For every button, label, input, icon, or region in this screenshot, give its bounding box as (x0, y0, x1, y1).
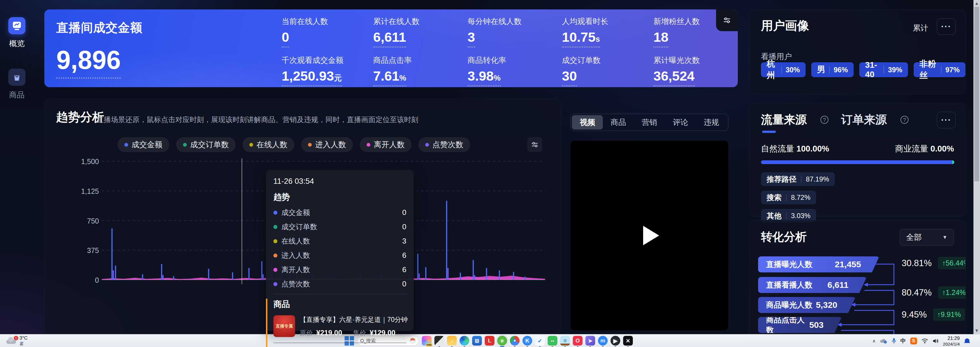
legend-dot-icon (274, 211, 277, 215)
player-app[interactable]: ▶ (611, 336, 620, 345)
chart-tooltip: 11-26 03:54 趋势 成交金额0成交订单数0在线人数3进入人数6离开人数… (266, 170, 414, 331)
microsoft-store[interactable]: ⊞ (472, 336, 482, 345)
chrome-browser[interactable] (510, 336, 520, 345)
funnel-bar: 商品曝光人数5,320 (758, 297, 856, 313)
tab-违规[interactable]: 违规 (696, 115, 727, 130)
edge-browser[interactable] (460, 336, 469, 345)
tray-chevron-up-icon[interactable]: ∧ (872, 338, 876, 344)
traffic-more-button[interactable]: ··· (937, 112, 956, 128)
kpi-stat-value: 0 (282, 30, 289, 48)
tab-order-source[interactable]: 订单来源 (841, 112, 887, 127)
legend-chip-进入人数[interactable]: 进入人数 (301, 137, 353, 152)
kpi-stat-label: 商品点击率 (373, 55, 462, 65)
a-app[interactable]: ➤ (585, 336, 595, 345)
k-app[interactable]: K (522, 336, 532, 345)
copilot-app[interactable]: PRE (422, 336, 431, 345)
funnel-bar: 直播曝光人数21,455 (758, 257, 879, 273)
legend-chip-成交金额[interactable]: 成交金额 (118, 137, 169, 152)
tab-商品[interactable]: 商品 (603, 115, 634, 130)
wechat[interactable]: ●● (547, 336, 557, 345)
search-highlight-icon (410, 338, 415, 344)
sogou-input-icon[interactable]: S (910, 337, 917, 344)
tooltip-metric-label: 进入人数 (282, 251, 310, 260)
y-tick-label: 1,500 (81, 157, 99, 166)
legend-chip-点赞次数[interactable]: 点赞次数 (418, 137, 470, 152)
legend-chip-在线人数[interactable]: 在线人数 (242, 137, 294, 152)
volume-icon[interactable] (932, 338, 939, 344)
conversion-analysis-card: 转化分析 全部 ▼ 直播曝光人数21,455直播看播人数6,611商品曝光人数5… (749, 220, 966, 343)
kpi-stat-value: 30 (562, 69, 577, 86)
chart-y-axis: 03757501,1251,500 (67, 158, 99, 285)
help-icon[interactable]: ? (900, 116, 908, 124)
conversion-rate-row: 30.81%↑56.44% (902, 257, 966, 269)
tooltip-time: 11-26 03:54 (274, 177, 406, 186)
tab-traffic-source[interactable]: 流量来源 (761, 112, 807, 127)
l-app[interactable]: L (485, 336, 495, 345)
file-explorer[interactable]: 📁 (447, 336, 457, 345)
notification-bell-icon[interactable] (964, 338, 970, 344)
bird-app[interactable]: ✓ (535, 336, 545, 345)
capcut[interactable]: ✕ (623, 336, 633, 345)
scroll-up-icon[interactable]: ▲ (974, 1, 980, 6)
tab-评论[interactable]: 评论 (665, 115, 696, 130)
portrait-title: 用户画像 (761, 18, 809, 34)
tooltip-metric-value: 6 (402, 251, 406, 260)
wifi-icon[interactable] (921, 338, 928, 344)
orig-price-label: 原价 (300, 329, 313, 337)
shopping-bag-icon (8, 68, 25, 86)
scroll-down-icon[interactable]: ▼ (974, 328, 980, 333)
video-player[interactable] (571, 141, 729, 330)
tab-营销[interactable]: 营销 (634, 115, 665, 130)
sidebar-item-label: 商品 (0, 90, 34, 100)
traffic-chip: 搜索8.72% (761, 191, 816, 204)
legend-settings-sliders-icon[interactable] (527, 137, 542, 152)
kpi-stat-label: 商品转化率 (468, 55, 556, 65)
trend-description: 直播场景还原，鼠标点击对应时刻，展现该时刻讲解商品、营销及违规，同时，直播画面定… (97, 115, 418, 124)
rate-delta-badge: ↑56.44% (938, 257, 966, 269)
rate-delta-badge: ↑9.91% (933, 308, 965, 321)
kpi-stat-label: 人均观看时长 (562, 16, 651, 27)
photos-app[interactable] (434, 336, 444, 345)
taskbar-weather-widget[interactable]: 1 3°C 雾 (6, 335, 28, 347)
sidebar-item-overview[interactable]: 概览 (0, 17, 34, 49)
o-app[interactable]: O (573, 336, 582, 345)
kpi-stat: 人均观看时长10.75s (562, 16, 651, 48)
portrait-chip: 31-4039% (859, 62, 908, 77)
ime-indicator[interactable]: 中 (900, 337, 906, 345)
onedrive-cloud-icon[interactable]: i (880, 338, 887, 344)
commercial-traffic-label: 商业流量 0.00% (895, 143, 954, 155)
kpi-stat: 商品点击率7.61% (373, 55, 462, 86)
portrait-mode-label[interactable]: 累计 (913, 23, 928, 33)
kpi-stat-label: 成交订单数 (562, 55, 651, 65)
m-app[interactable]: m (598, 336, 608, 345)
sidebar-item-products[interactable]: 商品 (0, 68, 34, 100)
scrollbar-thumb[interactable] (974, 7, 979, 181)
funnel-bar: 商品点击人数503 (758, 317, 842, 333)
portrait-more-button[interactable]: ··· (937, 18, 956, 35)
tooltip-metric-value: 3 (402, 237, 406, 246)
tooltip-metric-value: 0 (402, 280, 406, 288)
rate-percent: 30.81% (902, 258, 932, 268)
page-scrollbar[interactable]: ▲ ▼ (974, 0, 980, 334)
legend-dot-icon (425, 143, 429, 147)
kpi-stat: 商品转化率3.98% (468, 55, 556, 86)
kpi-stat: 每分钟在线人数3 (468, 16, 556, 48)
legend-chip-离开人数[interactable]: 离开人数 (360, 137, 412, 152)
tab-视频[interactable]: 视频 (572, 115, 603, 130)
kpi-stat-label: 累计在线人数 (373, 16, 462, 27)
legend-chip-成交订单数[interactable]: 成交订单数 (176, 137, 235, 152)
help-icon[interactable]: ? (821, 116, 829, 124)
windows-taskbar: 1 3°C 雾 搜索 PRE📁⊞LeK✓●●≡O➤m▶✕ ∧ i 中 S (0, 334, 980, 347)
weather-cloud-icon: 1 (6, 337, 17, 345)
tooltip-metric-label: 在线人数 (282, 236, 310, 246)
play-icon[interactable] (643, 226, 659, 245)
sale-price-value: ¥129.00 (369, 329, 395, 337)
portrait-chip: 杭州30% (761, 62, 805, 77)
y-tick-label: 375 (87, 246, 99, 255)
microphone-icon[interactable] (892, 338, 896, 344)
kpi-settings-sliders-icon[interactable] (716, 10, 738, 31)
conversion-rate-row: 80.47%↑1.24% (902, 287, 966, 299)
notepad-app[interactable]: ≡ (560, 336, 570, 345)
taskbar-clock[interactable]: 21:29 2024/1/4 (943, 336, 960, 346)
browser-360[interactable]: e (497, 336, 507, 345)
